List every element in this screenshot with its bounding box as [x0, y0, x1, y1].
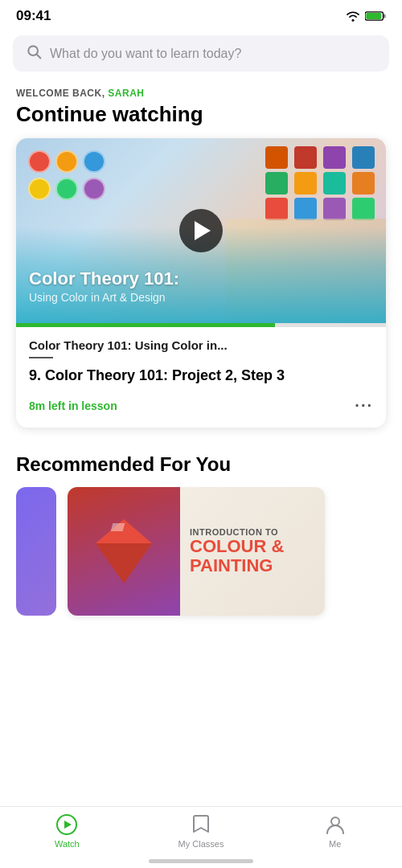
recommended-card-1[interactable]: INTRODUCTION TO COLOUR & PAINTING	[68, 487, 325, 616]
course-title: Color Theory 101: Using Color in...	[29, 338, 373, 352]
wifi-icon	[346, 10, 360, 22]
time-left: 8m left in lesson	[29, 399, 117, 412]
nav-item-me[interactable]: Me	[268, 813, 402, 849]
rec-card-peek[interactable]	[16, 487, 56, 616]
time-left-value: 8m left	[29, 399, 65, 412]
time-left-suffix: in lesson	[65, 399, 117, 412]
nav-item-my-classes[interactable]: My Classes	[134, 813, 269, 849]
me-nav-icon	[324, 813, 347, 836]
svg-line-4	[37, 55, 41, 59]
overlay-title: Color Theory 101:	[29, 268, 373, 289]
main-content: WELCOME BACK, SARAH Continue watching	[0, 81, 402, 428]
overlay-subtitle: Using Color in Art & Design	[29, 291, 373, 304]
watch-nav-label: Watch	[55, 839, 80, 849]
rec-card-text: INTRODUCTION TO COLOUR & PAINTING	[180, 487, 325, 616]
search-container: What do you want to learn today?	[0, 29, 402, 81]
play-button[interactable]	[179, 209, 223, 252]
recommended-title: Recommended For You	[16, 453, 386, 476]
video-thumbnail[interactable]: Color Theory 101: Using Color in Art & D…	[16, 138, 386, 323]
recommended-section: Recommended For You INTRODUCTION TO	[0, 453, 402, 624]
continue-watching-card[interactable]: Color Theory 101: Using Color in Art & D…	[16, 138, 386, 428]
search-bar[interactable]: What do you want to learn today?	[13, 35, 389, 72]
svg-marker-6	[64, 821, 72, 829]
rec-main-title-line1: COLOUR &	[190, 536, 284, 556]
continue-watching-title: Continue watching	[16, 102, 386, 127]
person-icon	[325, 814, 346, 835]
gem-bottom	[96, 543, 152, 583]
home-indicator	[149, 859, 253, 863]
my-classes-nav-icon	[190, 813, 212, 836]
welcome-prefix: WELCOME BACK,	[16, 88, 108, 99]
nav-item-watch[interactable]: Watch	[0, 813, 134, 849]
svg-point-7	[331, 817, 339, 825]
svg-rect-2	[366, 13, 381, 19]
welcome-text: WELCOME BACK, SARAH	[16, 88, 386, 99]
more-options-button[interactable]: ···	[355, 396, 373, 415]
watch-nav-icon	[55, 813, 78, 836]
rec-main-title: COLOUR & PAINTING	[190, 537, 315, 575]
status-time: 09:41	[16, 8, 51, 24]
search-icon	[26, 43, 42, 63]
video-meta: 8m left in lesson ···	[29, 396, 373, 415]
battery-icon	[365, 10, 386, 22]
rec-card-main: INTRODUCTION TO COLOUR & PAINTING	[68, 487, 325, 616]
video-info: Color Theory 101: Using Color in... 9. C…	[16, 327, 386, 428]
gem-highlight	[111, 523, 125, 531]
paint-swatches	[265, 146, 378, 220]
status-bar: 09:41	[0, 0, 402, 29]
lesson-title: 9. Color Theory 101: Project 2, Step 3	[29, 366, 373, 385]
search-placeholder-text: What do you want to learn today?	[50, 47, 241, 61]
play-circle-icon	[55, 813, 78, 836]
svg-rect-1	[384, 14, 386, 18]
my-classes-nav-label: My Classes	[178, 839, 224, 849]
play-triangle-icon	[195, 221, 211, 240]
title-underline	[29, 357, 53, 358]
gem-icon	[96, 519, 152, 583]
overlay-text: Color Theory 101: Using Color in Art & D…	[29, 268, 373, 304]
bookmark-icon	[191, 814, 211, 835]
recommended-scroll[interactable]: INTRODUCTION TO COLOUR & PAINTING	[16, 487, 386, 624]
rec-card-image-area	[68, 487, 180, 616]
me-nav-label: Me	[329, 839, 341, 849]
welcome-name: SARAH	[108, 88, 144, 99]
status-icons	[346, 10, 386, 22]
rec-main-title-line2: PAINTING	[190, 555, 273, 575]
